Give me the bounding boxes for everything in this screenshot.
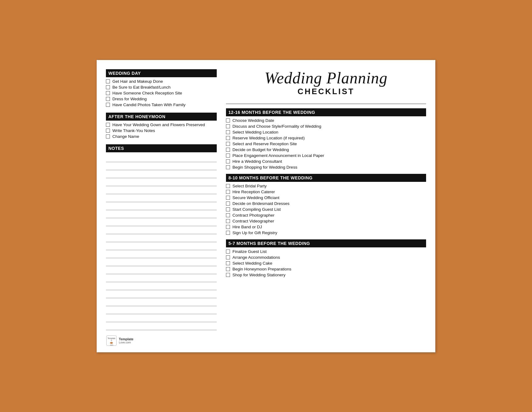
checkbox-icon[interactable] (226, 267, 230, 271)
title-script: Wedding Planning (226, 69, 426, 87)
item-label: Write Thank-You Notes (112, 128, 155, 133)
title-divider (226, 104, 426, 104)
note-line[interactable] (106, 306, 217, 314)
checkbox-icon[interactable] (226, 118, 230, 122)
checkbox-icon[interactable] (226, 165, 230, 169)
item-label: Decide on Budget for Wedding (232, 147, 289, 152)
checkbox-icon[interactable] (226, 207, 230, 211)
list-item[interactable]: Begin Shopping for Wedding Dress (226, 165, 426, 170)
list-item[interactable]: Write Thank-You Notes (106, 128, 217, 133)
item-label: Discuss and Choose Style/Formality of We… (232, 124, 321, 129)
list-item[interactable]: Discuss and Choose Style/Formality of We… (226, 124, 426, 129)
page-wrapper: WEDDING DAY Get Hair and Makeup Done Be … (97, 60, 435, 352)
checkbox-icon[interactable] (226, 273, 230, 277)
item-label: Place Engagement Announcement in Local P… (232, 153, 324, 158)
list-item[interactable]: Sign Up for Gift Registry (226, 230, 426, 235)
checkbox-icon[interactable] (226, 261, 230, 265)
list-item[interactable]: Dress for Wedding (106, 97, 217, 101)
checkbox-icon[interactable] (106, 97, 110, 101)
item-label: Sign Up for Gift Registry (232, 230, 277, 235)
checkbox-icon[interactable] (226, 136, 230, 140)
checkbox-icon[interactable] (226, 202, 230, 206)
checkbox-icon[interactable] (226, 184, 230, 188)
logo-text: Template Love.com (119, 337, 133, 344)
list-item[interactable]: Decide on Bridesmaid Dresses (226, 201, 426, 206)
note-line[interactable] (106, 290, 217, 298)
checkbox-icon[interactable] (226, 255, 230, 259)
checkbox-icon[interactable] (226, 142, 230, 146)
checkbox-icon[interactable] (226, 130, 230, 134)
list-item[interactable]: Place Engagement Announcement in Local P… (226, 153, 426, 158)
list-item[interactable]: Select Bridal Party (226, 184, 426, 188)
checkbox-icon[interactable] (106, 85, 110, 89)
checkbox-icon[interactable] (106, 91, 110, 95)
list-item[interactable]: Shop for Wedding Stationery (226, 273, 426, 277)
list-item[interactable]: Hire a Wedding Consultant (226, 159, 426, 164)
checkbox-icon[interactable] (226, 190, 230, 194)
list-item[interactable]: Contract Photographer (226, 213, 426, 218)
notes-lines[interactable] (106, 154, 217, 330)
note-line[interactable] (106, 154, 217, 162)
list-item[interactable]: Select Wedding Location (226, 130, 426, 134)
note-line[interactable] (106, 194, 217, 202)
note-line[interactable] (106, 242, 217, 250)
checkbox-icon[interactable] (106, 129, 110, 133)
list-item[interactable]: Have Your Wedding Gown and Flowers Prese… (106, 122, 217, 127)
item-label: Arrange Accommodations (232, 255, 280, 260)
list-item[interactable]: Begin Honeymoon Preparations (226, 267, 426, 271)
list-item[interactable]: Decide on Budget for Wedding (226, 147, 426, 152)
list-item[interactable]: Contract Videographer (226, 219, 426, 223)
checkbox-icon[interactable] (226, 219, 230, 223)
checkbox-icon[interactable] (226, 154, 230, 158)
list-item[interactable]: Select Wedding Cake (226, 261, 426, 266)
checkbox-icon[interactable] (226, 124, 230, 128)
checkbox-icon[interactable] (226, 213, 230, 217)
checkbox-icon[interactable] (226, 250, 230, 254)
list-item[interactable]: Secure Wedding Officiant (226, 195, 426, 200)
title-line1: Wedding Planning (264, 69, 388, 87)
note-line[interactable] (106, 314, 217, 322)
checkbox-icon[interactable] (106, 123, 110, 127)
note-line[interactable] (106, 186, 217, 194)
note-line[interactable] (106, 322, 217, 330)
list-item[interactable]: Change Name (106, 134, 217, 139)
item-label: Be Sure to Eat Breakfast/Lunch (112, 85, 171, 90)
list-item[interactable]: Reserve Wedding Location (if required) (226, 136, 426, 140)
list-item[interactable]: Be Sure to Eat Breakfast/Lunch (106, 85, 217, 90)
note-line[interactable] (106, 274, 217, 282)
note-line[interactable] (106, 202, 217, 210)
checkbox-icon[interactable] (226, 225, 230, 229)
note-line[interactable] (106, 234, 217, 242)
note-line[interactable] (106, 282, 217, 290)
list-item[interactable]: Have Candid Photos Taken With Family (106, 102, 217, 107)
item-label: Contract Photographer (232, 213, 275, 218)
note-line[interactable] (106, 218, 217, 226)
note-line[interactable] (106, 170, 217, 178)
note-line[interactable] (106, 178, 217, 186)
notes-section: NOTES (106, 144, 217, 332)
list-item[interactable]: Choose Wedding Date (226, 118, 426, 123)
note-line[interactable] (106, 226, 217, 234)
checkbox-icon[interactable] (226, 231, 230, 235)
item-label: Begin Shopping for Wedding Dress (232, 165, 297, 170)
note-line[interactable] (106, 210, 217, 218)
checkbox-icon[interactable] (226, 196, 230, 200)
note-line[interactable] (106, 162, 217, 170)
note-line[interactable] (106, 298, 217, 306)
list-item[interactable]: Hire Reception Caterer (226, 190, 426, 194)
checkbox-icon[interactable] (106, 134, 110, 138)
list-item[interactable]: Get Hair and Makeup Done (106, 79, 217, 84)
list-item[interactable]: Hire Band or DJ (226, 225, 426, 229)
list-item[interactable]: Have Someone Check Reception Site (106, 91, 217, 95)
checkbox-icon[interactable] (226, 159, 230, 163)
checkbox-icon[interactable] (106, 79, 110, 83)
note-line[interactable] (106, 266, 217, 274)
checkbox-icon[interactable] (226, 148, 230, 152)
checkbox-icon[interactable] (106, 103, 110, 107)
list-item[interactable]: Select and Reserve Reception Site (226, 142, 426, 146)
note-line[interactable] (106, 250, 217, 258)
list-item[interactable]: Start Compiling Guest List (226, 207, 426, 212)
list-item[interactable]: Arrange Accommodations (226, 255, 426, 260)
list-item[interactable]: Finalize Guest List (226, 249, 426, 254)
note-line[interactable] (106, 258, 217, 266)
